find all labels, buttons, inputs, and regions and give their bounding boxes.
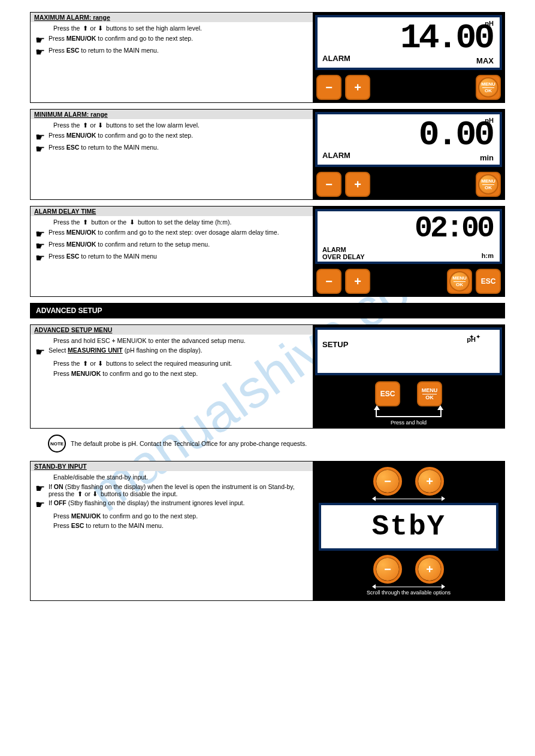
hint-text: Scroll through the available options [316,588,501,597]
arrow-line-icon [376,587,442,587]
minus-button[interactable]: − [316,269,341,294]
pointer-icon [35,241,49,251]
plus-button[interactable]: + [345,269,370,294]
minus-button[interactable]: − [375,469,400,494]
text: Press and hold ESC + MENU/OK to enter th… [53,337,308,344]
text: Press the [53,122,81,129]
note-row: NOTE The default probe is pH. Contact th… [48,435,505,453]
text: buttons to set the high alarm level. [106,25,202,32]
menu-ok-button[interactable]: MENUOK [417,381,442,406]
pointer-icon [35,347,49,357]
menu-ok-button[interactable]: MENUOK [476,75,501,100]
text: Press the [53,360,81,367]
pointer-icon [35,229,49,239]
plus-button[interactable]: + [345,172,370,197]
pointer-icon [35,144,49,154]
note-icon: NOTE [48,435,66,453]
text: Press [49,132,67,139]
text: Press the [53,218,81,226]
lcd-unit: pH [467,336,476,343]
text: Select [49,347,68,354]
text: Press [49,253,67,260]
up-down-icon: ⬆ or ⬇ [83,360,103,368]
section-alarm-delay: ALARM DELAY TIME Press the ⬆ button or t… [30,206,505,297]
text: ESC [67,47,80,54]
minus-button[interactable]: − [316,172,341,197]
up-down-icon: ⬆ or ⬇ [77,490,98,498]
text: button to set the delay time (h:m). [138,218,231,226]
text: (Stby flashing on the display) the instr… [68,499,245,506]
text: Press [49,144,67,151]
lcd-display: 02:00 h:m ALARM OVER DELAY [315,209,502,264]
lcd-display: pH 14.00 ALARM MAX [315,15,502,70]
pointer-icon [35,132,49,142]
text: MENU/OK [67,229,96,236]
lcd-label: ALARM [322,54,350,63]
text: Press [53,512,71,520]
text: Press [53,370,71,377]
header-advanced-setup: ADVANCED SETUP MENU [34,326,112,333]
text: If [49,499,54,506]
lcd-label: ALARM [322,151,350,160]
text: to return to the MAIN menu. [86,522,164,529]
text: to confirm and go to the next step: over… [98,229,279,236]
text: to confirm and go to the next step. [102,512,198,520]
plus-button[interactable]: + [417,557,442,582]
text: ESC [71,522,84,529]
text: button or the [91,218,128,226]
lcd-display: ✦ ✦ pH SETUP [315,327,502,375]
text: to confirm and return to the setup menu. [98,241,210,248]
text: Press [53,522,71,529]
text: Enable/disable the stand-by input. [53,473,308,481]
menu-ok-button[interactable]: MENUOK [476,172,501,197]
lcd-value: 14.00 [400,19,492,57]
text: to confirm and go to the next step. [98,132,193,139]
lcd-label: ALARM OVER DELAY [322,246,365,260]
text: Press the [53,25,81,32]
text: to return to the MAIN menu. [81,47,159,54]
section-standby: STAND-BY INPUT Enable/disable the stand-… [30,461,505,601]
note-text: The default probe is pH. Contact the Tec… [71,440,307,447]
lcd-label: SETUP [322,340,348,349]
text: If [49,483,54,490]
header-min-alarm: MINIMUM ALARM: range [34,111,108,118]
section-advanced-setup: ADVANCED SETUP MENU Press and hold ESC +… [30,324,505,429]
text: Press [49,229,67,236]
up-down-icon: ⬆ or ⬇ [83,122,103,129]
up-down-icon: ⬆ or ⬇ [83,25,103,32]
text: (pH flashing on the display). [125,347,202,354]
lcd-label: MAX [476,56,494,65]
text: Press [49,47,67,54]
lcd-display: pH 0.00 ALARM min [315,112,502,167]
hint-text: Press and hold [313,417,504,428]
bracket-icon [376,410,442,417]
minus-button[interactable]: − [375,557,400,582]
plus-button[interactable]: + [345,75,370,100]
text: MENU/OK [67,35,96,42]
pointer-icon [35,483,49,494]
text: to return to the MAIN menu [81,253,157,260]
pointer-icon [35,499,49,510]
text: MENU/OK [67,241,96,248]
up-icon: ⬆ [83,218,88,226]
esc-button[interactable]: ESC [476,269,501,294]
menu-ok-button[interactable]: MENUOK [447,269,472,294]
lcd-value: 02:00 [415,211,492,245]
esc-button[interactable]: ESC [375,381,400,406]
header-alarm-delay: ALARM DELAY TIME [34,208,96,215]
text: MENU/OK [71,512,101,520]
header-standby: STAND-BY INPUT [34,463,87,470]
text: MENU/OK [67,132,96,139]
lcd-value: StbY [371,511,445,543]
plus-button[interactable]: + [417,469,442,494]
minus-button[interactable]: − [316,75,341,100]
down-icon: ⬇ [129,218,135,226]
text: Press [49,35,67,42]
lcd-label: min [480,153,494,162]
text: ESC [67,144,80,151]
lcd-value: 0.00 [419,116,492,154]
text: buttons to select the required measuring… [106,360,232,367]
section-max-alarm: MAXIMUM ALARM: range Press the ⬆ or ⬇ bu… [30,12,505,103]
pointer-icon [35,47,49,57]
lcd-display: StbY [319,503,498,551]
